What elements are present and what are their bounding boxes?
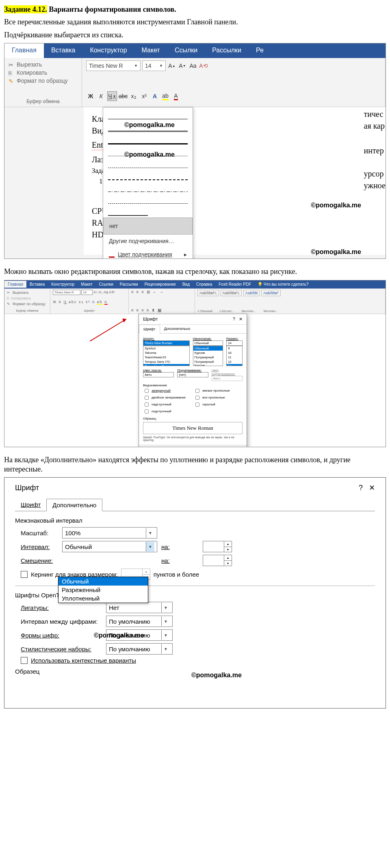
underline-color[interactable]: Цвет подчеркивания▸	[103, 248, 193, 259]
under-select[interactable]: (нет)	[177, 372, 208, 377]
cb-super[interactable]: надстрочный	[143, 401, 186, 408]
font-color-button[interactable]: A	[171, 92, 180, 101]
row-interval: Интервал: Обычный▼ на: ▲▼	[21, 541, 375, 552]
format-painter-button[interactable]: ✎Формат по образцу	[9, 77, 78, 85]
italic-button[interactable]: К	[97, 92, 106, 101]
clipboard-label: Буфер обмена	[9, 99, 78, 104]
sset-select[interactable]: По умолчанию▼	[106, 643, 173, 655]
size-input[interactable]: 14	[226, 340, 243, 346]
underline-none[interactable]: нет	[103, 218, 193, 235]
watermark: ©pomogalka.me	[191, 672, 242, 679]
close-icon[interactable]: ✕	[369, 484, 375, 492]
label-interval: Интервал:	[21, 543, 58, 550]
label-by: на:	[161, 543, 199, 550]
style-item[interactable]: АаБбВвГг,	[221, 290, 242, 296]
scale-select[interactable]: 100%▼	[62, 527, 157, 538]
format-painter-button[interactable]: ✎ Формат по образцу	[7, 301, 48, 307]
font-input[interactable]: Times New Roman	[143, 340, 190, 346]
subscript-button[interactable]: x₂	[129, 92, 138, 101]
tab-advanced[interactable]: Дополнительно	[46, 499, 102, 511]
style-input[interactable]: Обычный	[193, 340, 223, 346]
underline-style-dashed[interactable]	[108, 158, 188, 168]
sl4: Заголово...	[263, 310, 284, 312]
dialog-titlebar: Шрифт? ✕	[139, 314, 247, 325]
tab-design[interactable]: Конструктор	[48, 281, 78, 288]
shrink-font-button[interactable]: A▼	[178, 61, 187, 70]
tab-help[interactable]: Справка	[193, 281, 215, 288]
lig-select[interactable]: Нет▼	[106, 602, 173, 613]
help-icon[interactable]: ? ✕	[233, 317, 243, 322]
tab-layout[interactable]: Макет	[78, 281, 95, 288]
text-effects-button[interactable]: A	[150, 92, 159, 101]
tell-me[interactable]: 💡 Что вы хотите сделать?	[254, 281, 312, 288]
grow-font-button[interactable]: A▲	[167, 61, 176, 70]
superscript-button[interactable]: x²	[140, 92, 149, 101]
size-listbox[interactable]: 910111214	[226, 346, 243, 366]
tab-insert[interactable]: Вставка	[26, 281, 48, 288]
tab-layout[interactable]: Макет	[134, 43, 167, 58]
tab-refs[interactable]: Ссылки	[96, 281, 117, 288]
cb-smallcaps[interactable]: малые прописные	[194, 388, 230, 394]
cut-button[interactable]: ✂ Вырезать	[7, 290, 48, 295]
tab-review-cut[interactable]: Ре	[249, 43, 271, 58]
tab-insert[interactable]: Вставка	[44, 43, 82, 58]
tab-mail[interactable]: Рассылки	[205, 43, 249, 58]
style-item[interactable]: АаБбВвГг,	[197, 290, 219, 296]
color-select[interactable]: Авто	[143, 372, 174, 377]
tab-review[interactable]: Рецензирование	[141, 281, 179, 288]
underline-style-thick[interactable]	[108, 134, 188, 144]
tab-font[interactable]: Шрифт	[139, 325, 160, 334]
font-label2: Шрифт	[53, 309, 126, 312]
highlight-button[interactable]: ab	[161, 92, 170, 101]
change-case-button[interactable]: Aa	[188, 61, 197, 70]
doc-r5: ужное	[364, 181, 386, 190]
cb-strike[interactable]: зачеркнутый	[143, 388, 186, 394]
help-icon[interactable]: ?	[359, 484, 363, 492]
size-select[interactable]: 14▼	[142, 60, 166, 71]
copy-button[interactable]: ⎘Копировать	[9, 69, 78, 77]
cb-hidden[interactable]: скрытый	[194, 401, 230, 408]
underline-style-wave[interactable]	[108, 205, 188, 216]
interval-select[interactable]: Обычный▼	[62, 541, 157, 552]
label-sset: Стилистические наборы:	[21, 646, 102, 653]
cb-allcaps[interactable]: все прописные	[194, 394, 230, 401]
clear-fmt-button[interactable]: A⟲	[199, 61, 208, 70]
cut-button[interactable]: ✂Вырезать	[9, 60, 78, 69]
screenshot-2: Главная Вставка Конструктор Макет Ссылки…	[4, 280, 386, 447]
font-listbox[interactable]: SymbolTahomaTeamViewer15Tempus Sans ITCT…	[143, 346, 190, 366]
style-item[interactable]: АаБбВі	[243, 290, 260, 296]
font-select[interactable]: Times New R▼	[86, 60, 141, 71]
font-select[interactable]: Times New R	[53, 290, 80, 295]
paragraph-group: ≡ ≡ ≡ ⊞ ← → ≡ ≡ ≡ ≡ ⬍ ▦	[129, 289, 195, 314]
tab-foxit[interactable]: Foxit Reader PDF	[215, 281, 254, 288]
size-select[interactable]: 14	[81, 290, 93, 295]
bold-button[interactable]: Ж	[86, 92, 95, 101]
dd-expanded[interactable]: Разреженный	[58, 586, 148, 594]
style-item[interactable]: АаБбВвГ	[261, 290, 281, 296]
tab-home[interactable]: Главная	[4, 281, 26, 288]
underline-more[interactable]: Другие подчеркивания…	[103, 235, 193, 248]
style-listbox[interactable]: ОбычныйКурсивПолужирныйПолужирный Курсив	[193, 346, 223, 366]
underline-style-dashdot[interactable]	[108, 182, 188, 192]
cb-dblstrike[interactable]: двойное зачеркивание	[143, 394, 186, 401]
offset-spin[interactable]: ▲▼	[203, 555, 232, 566]
tab-mail[interactable]: Рассылки	[117, 281, 141, 288]
tab-design[interactable]: Конструктор	[82, 43, 134, 58]
underline-style-dashdotdot[interactable]	[108, 194, 188, 204]
dd-condensed[interactable]: Уплотненный	[58, 594, 148, 603]
underline-style-single[interactable]	[108, 109, 188, 119]
tab-advanced[interactable]: Дополнительно	[160, 325, 195, 333]
dd-normal[interactable]: Обычный	[58, 577, 148, 586]
cb-sub[interactable]: подстрочный	[143, 408, 186, 415]
contextual-checkbox[interactable]: Использовать контекстные варианты	[21, 657, 375, 664]
strike-button[interactable]: abc	[119, 92, 128, 101]
tab-refs[interactable]: Ссылки	[167, 43, 205, 58]
interval-spin[interactable]: ▲▼	[203, 541, 232, 552]
underline-style-dash2[interactable]	[108, 170, 188, 180]
tab-font[interactable]: Шрифт	[15, 499, 46, 511]
tab-view[interactable]: Вид	[179, 281, 193, 288]
numsp-select[interactable]: По умолчанию▼	[106, 616, 173, 627]
underline-button[interactable]: Ч▼	[107, 91, 117, 101]
copy-button[interactable]: ⎘ Копировать	[7, 295, 48, 301]
tab-home[interactable]: Главная	[4, 43, 44, 58]
